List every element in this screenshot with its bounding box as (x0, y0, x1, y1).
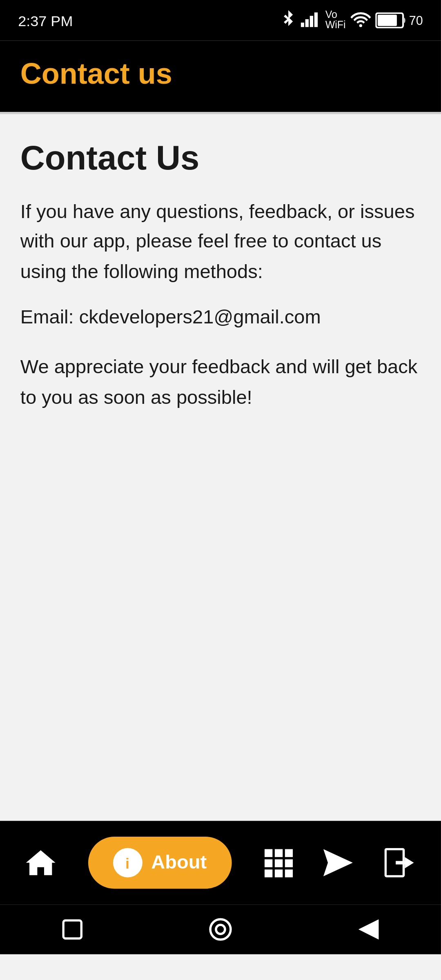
nav-grid[interactable] (263, 848, 292, 878)
about-info-icon: i (113, 848, 142, 878)
nav-home[interactable] (25, 848, 57, 878)
svg-rect-11 (285, 859, 292, 867)
svg-rect-10 (274, 859, 282, 867)
system-nav-home[interactable] (208, 917, 233, 942)
nav-send[interactable] (324, 849, 353, 876)
content-email: Email: ckdevelopers21@gmail.com (20, 303, 421, 333)
svg-rect-17 (64, 920, 82, 938)
content-paragraph2: We appreciate your feedback and will get… (20, 353, 421, 413)
svg-rect-0 (301, 22, 304, 27)
svg-marker-15 (324, 849, 353, 876)
about-button-label: About (151, 851, 207, 874)
svg-rect-8 (285, 849, 292, 857)
vowifi-label: VoWiFi (325, 10, 346, 31)
svg-rect-6 (264, 849, 272, 857)
nav-logout[interactable] (385, 848, 416, 878)
svg-rect-3 (314, 12, 317, 27)
system-nav-back[interactable] (358, 919, 379, 940)
svg-rect-13 (274, 869, 282, 877)
system-nav-recent[interactable] (62, 919, 83, 940)
svg-marker-20 (358, 919, 379, 940)
bluetooth-icon (280, 10, 296, 31)
system-nav-bar (0, 904, 441, 954)
svg-rect-12 (264, 869, 272, 877)
content-paragraph1: If you have any questions, feedback, or … (20, 198, 421, 287)
svg-rect-14 (285, 869, 292, 877)
svg-point-18 (210, 919, 231, 940)
bottom-navigation: i About (0, 821, 441, 904)
signal-icon (301, 11, 321, 29)
wifi-icon (350, 11, 371, 29)
svg-rect-7 (274, 849, 282, 857)
svg-rect-1 (305, 19, 308, 27)
nav-about-button[interactable]: i About (88, 837, 232, 889)
content-heading: Contact Us (20, 139, 421, 178)
status-time: 2:37 PM (18, 12, 73, 29)
content-area: Contact Us If you have any questions, fe… (0, 114, 441, 821)
status-icons: VoWiFi 70 (280, 10, 423, 31)
svg-point-19 (216, 925, 225, 934)
svg-rect-2 (310, 16, 313, 27)
svg-rect-9 (264, 859, 272, 867)
svg-rect-5 (377, 15, 396, 26)
app-header: Contact us (0, 41, 441, 112)
battery-icon: 70 (375, 12, 423, 28)
status-bar: 2:37 PM VoWiFi (0, 0, 441, 41)
page-title: Contact us (20, 56, 421, 91)
